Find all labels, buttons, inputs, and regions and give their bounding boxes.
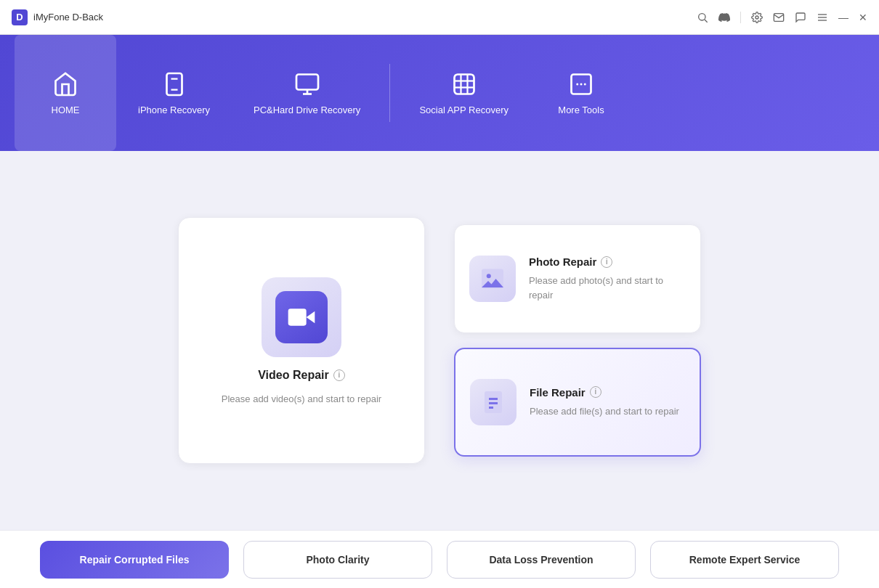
- video-repair-desc: Please add video(s) and start to repair: [222, 393, 381, 404]
- photo-clarity-button[interactable]: Photo Clarity: [243, 541, 432, 579]
- nav-iphone-label: iPhone Recovery: [138, 105, 210, 115]
- close-button[interactable]: ✕: [859, 12, 867, 23]
- minimize-button[interactable]: —: [838, 12, 848, 23]
- more-icon: [568, 71, 594, 97]
- file-icon-wrap: [470, 379, 517, 425]
- remote-expert-button[interactable]: Remote Expert Service: [650, 541, 839, 579]
- video-info-icon[interactable]: i: [333, 369, 345, 381]
- svg-line-1: [705, 20, 708, 23]
- video-repair-title: Video Repair i: [258, 369, 345, 382]
- nav-social-label: Social APP Recovery: [419, 105, 509, 115]
- cards-right: Photo Repair i Please add photo(s) and s…: [454, 224, 701, 457]
- main-content: Video Repair i Please add video(s) and s…: [0, 151, 879, 530]
- photo-icon: [479, 266, 506, 292]
- chat-icon[interactable]: [795, 12, 806, 23]
- window-controls: — ✕: [697, 12, 867, 23]
- svg-rect-21: [288, 309, 307, 325]
- file-repair-card[interactable]: File Repair i Please add file(s) and sta…: [454, 348, 701, 457]
- svg-point-19: [584, 83, 586, 85]
- photo-repair-text: Photo Repair i Please add photo(s) and s…: [529, 256, 686, 302]
- svg-rect-8: [296, 74, 318, 89]
- bottom-bar: Repair Corrupted Files Photo Clarity Dat…: [0, 530, 879, 588]
- separator: [740, 12, 741, 23]
- home-icon: [52, 71, 78, 97]
- logo-icon: D: [12, 9, 28, 25]
- svg-rect-6: [166, 73, 182, 95]
- file-repair-desc: Please add file(s) and start to repair: [530, 404, 679, 419]
- video-repair-card[interactable]: Video Repair i Please add video(s) and s…: [178, 217, 425, 464]
- social-icon: [451, 71, 477, 97]
- title-bar: D iMyFone D-Back: [0, 0, 879, 35]
- nav-item-iphone[interactable]: iPhone Recovery: [116, 35, 232, 151]
- svg-marker-20: [307, 311, 315, 323]
- settings-icon[interactable]: [751, 12, 763, 23]
- photo-repair-card[interactable]: Photo Repair i Please add photo(s) and s…: [454, 224, 701, 333]
- photo-info-icon[interactable]: i: [601, 256, 612, 268]
- photo-repair-desc: Please add photo(s) and start to repair: [529, 274, 686, 302]
- svg-point-17: [576, 83, 578, 85]
- nav-item-more[interactable]: More Tools: [530, 35, 632, 151]
- svg-point-2: [756, 16, 758, 19]
- svg-rect-11: [454, 74, 474, 94]
- photo-icon-wrap: [469, 256, 516, 302]
- app-name: iMyFone D-Back: [33, 12, 103, 23]
- discord-icon[interactable]: [718, 12, 730, 23]
- video-camera-icon: [287, 303, 316, 332]
- pc-icon: [294, 71, 320, 97]
- nav-item-social[interactable]: Social APP Recovery: [397, 35, 530, 151]
- svg-point-0: [699, 13, 705, 20]
- app-logo: D iMyFone D-Back: [12, 9, 103, 25]
- data-loss-button[interactable]: Data Loss Prevention: [447, 541, 636, 579]
- search-icon[interactable]: [697, 12, 708, 23]
- video-icon-inner: [275, 291, 328, 343]
- file-info-icon[interactable]: i: [590, 386, 601, 398]
- nav-item-pc[interactable]: PC&Hard Drive Recovery: [232, 35, 382, 151]
- nav-separator: [389, 64, 390, 122]
- file-icon: [480, 389, 506, 415]
- file-repair-title: File Repair i: [530, 386, 679, 399]
- nav-item-home[interactable]: HOME: [15, 35, 116, 151]
- nav-bar: HOME iPhone Recovery PC&Hard Drive Recov…: [0, 35, 879, 151]
- nav-home-label: HOME: [52, 105, 80, 115]
- nav-pc-label: PC&Hard Drive Recovery: [254, 105, 360, 115]
- mail-icon[interactable]: [773, 12, 785, 23]
- file-repair-text: File Repair i Please add file(s) and sta…: [530, 386, 679, 419]
- menu-icon[interactable]: [817, 12, 828, 23]
- video-icon-wrap: [262, 277, 341, 357]
- svg-point-7: [174, 78, 175, 79]
- iphone-icon: [161, 71, 187, 97]
- repair-corrupted-button[interactable]: Repair Corrupted Files: [40, 541, 229, 579]
- svg-point-18: [580, 83, 582, 85]
- nav-more-label: More Tools: [558, 105, 604, 115]
- svg-point-23: [487, 274, 491, 278]
- photo-repair-title: Photo Repair i: [529, 256, 686, 268]
